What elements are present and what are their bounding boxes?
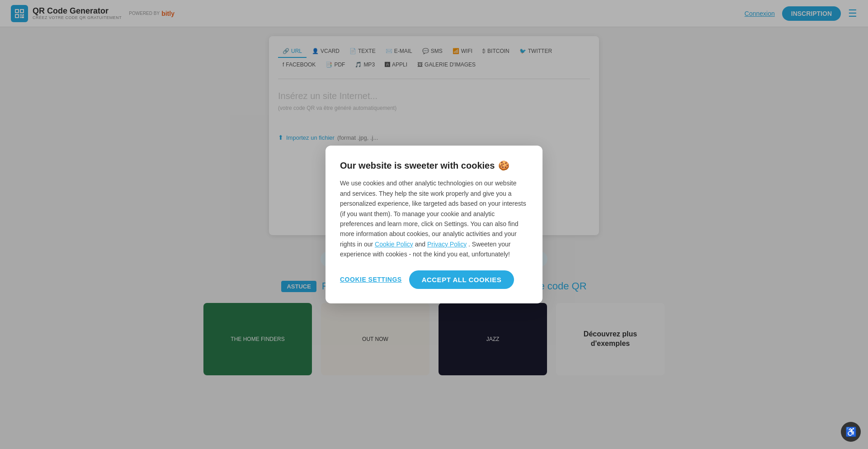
cookie-actions: COOKIE SETTINGS ACCEPT ALL COOKIES: [340, 270, 528, 289]
accessibility-icon: ♿: [845, 426, 857, 437]
cookie-policy-link[interactable]: Cookie Policy: [375, 241, 413, 248]
privacy-policy-link[interactable]: Privacy Policy: [427, 241, 467, 248]
accessibility-button[interactable]: ♿: [841, 422, 861, 442]
cookie-title: Our website is sweeter with cookies 🍪: [340, 160, 528, 171]
cookie-body: We use cookies and other analytic techno…: [340, 178, 528, 259]
accept-all-cookies-button[interactable]: ACCEPT ALL COOKIES: [409, 270, 514, 289]
cookie-settings-button[interactable]: COOKIE SETTINGS: [340, 276, 402, 283]
cookie-overlay: Our website is sweeter with cookies 🍪 We…: [0, 0, 868, 449]
cookie-modal: Our website is sweeter with cookies 🍪 We…: [326, 146, 542, 303]
